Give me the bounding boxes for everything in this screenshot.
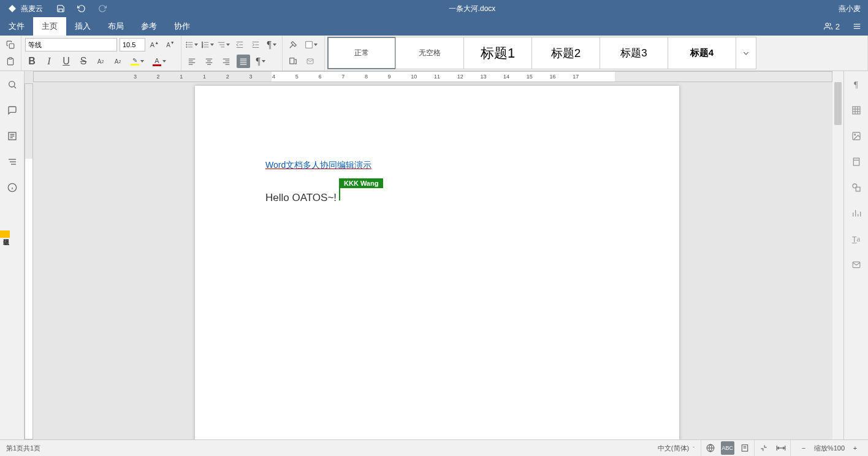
svg-text:2: 2 [202,44,203,47]
info-icon[interactable] [5,180,20,195]
search-icon[interactable] [5,77,20,92]
document-canvas[interactable]: 3211234567891011121314151617 Word文档多人协同编… [25,71,843,439]
doclock-icon[interactable] [738,441,752,455]
style-heading1[interactable]: 标题1 [463,37,532,69]
svg-rect-65 [853,158,859,165]
table-panel-icon[interactable] [849,103,864,118]
envelope-button[interactable] [303,55,317,68]
font-size-select[interactable] [120,38,145,51]
decrease-indent-button[interactable] [233,38,246,51]
style-expand-button[interactable] [736,37,756,69]
font-family-select[interactable] [25,38,117,51]
svg-point-6 [186,42,188,44]
document-heading-link[interactable]: Word文档多人协同编辑演示 [265,160,371,170]
header-panel-icon[interactable] [849,154,864,169]
style-normal[interactable]: 正常 [327,37,396,69]
main-area: 试用版登记 3211234567891011121314151617 Word文… [0,71,868,439]
tab-references[interactable]: 参考 [132,17,166,36]
align-left-button[interactable] [185,55,199,68]
headings-icon[interactable] [5,129,20,143]
menu-toggle[interactable] [846,17,868,36]
zoom-in-button[interactable]: + [848,441,862,455]
shape-panel-icon[interactable] [849,180,864,195]
align-center-button[interactable] [202,55,216,68]
numbering-button[interactable]: 123 [201,38,215,51]
tab-home[interactable]: 主页 [33,17,66,36]
document-body-text[interactable]: Hello OATOS~! KKK Wang [265,192,609,204]
highlight-button[interactable]: ✎ [128,55,147,68]
style-heading4[interactable]: 标题4 [668,37,736,69]
zoom-out-button[interactable]: − [797,441,810,455]
vertical-ruler[interactable] [25,83,33,439]
mailmerge-button[interactable] [286,55,300,68]
chart-panel-icon[interactable] [849,206,864,221]
underline-button[interactable]: U [59,55,73,68]
left-sidebar: 试用版登记 [0,71,25,439]
copy-button[interactable] [4,38,17,51]
bold-button[interactable]: B [25,55,39,68]
image-panel-icon[interactable] [849,129,864,143]
undo-button[interactable] [71,0,92,17]
svg-rect-63 [853,132,860,140]
navigation-icon[interactable] [5,154,20,169]
textart-panel-icon[interactable]: Ta [849,232,864,246]
collaborator-tag: KKK Wang [339,178,383,188]
svg-text:3: 3 [202,46,203,48]
brand-label: 燕麦云 [21,4,43,14]
spellcheck-icon[interactable] [704,441,717,455]
svg-line-47 [14,86,16,88]
svg-rect-73 [853,262,860,267]
presence-indicator[interactable]: 2 [817,17,846,36]
current-user[interactable]: 燕小麦 [831,4,868,14]
paste-button[interactable] [4,55,17,68]
style-heading3[interactable]: 标题3 [600,37,668,69]
fit-page-icon[interactable] [757,441,771,455]
redo-button[interactable] [92,0,113,17]
edit-group [283,36,325,70]
fit-width-icon[interactable] [774,441,788,455]
svg-point-8 [186,44,188,45]
save-button[interactable] [50,0,71,17]
style-heading2[interactable]: 标题2 [531,37,600,69]
status-bar: 第1页共1页 中文(简体)ˇ ABC − 缩放%100 + [0,439,868,456]
superscript-button[interactable]: A2 [94,55,107,68]
paragraph-panel-icon[interactable]: ¶ [849,77,864,92]
increase-indent-button[interactable] [249,38,262,51]
style-nospacing[interactable]: 无空格 [395,37,464,69]
italic-button[interactable]: I [42,55,56,68]
strike-button[interactable]: S [77,55,90,68]
presence-count: 2 [836,22,840,31]
align-justify-button[interactable] [237,55,250,68]
nonprinting-button[interactable]: ¶ [265,38,278,51]
zoom-label[interactable]: 缩放%100 [814,444,845,453]
bullets-button[interactable] [185,38,199,51]
document-title: 一条大河.docx [113,4,831,14]
decrease-font-button[interactable]: A▼ [164,38,177,51]
line-spacing-button[interactable]: ¶ [254,55,267,68]
right-sidebar: ¶ Ta [843,71,868,439]
page-indicator[interactable]: 第1页共1页 [0,440,47,456]
increase-font-button[interactable]: A▲ [148,38,161,51]
horizontal-ruler[interactable]: 3211234567891011121314151617 [33,71,832,82]
tab-layout[interactable]: 布局 [99,17,132,36]
clear-format-button[interactable] [286,38,300,51]
feedback-tab[interactable]: 试用版登记 [0,230,10,238]
svg-rect-4 [9,44,14,48]
page[interactable]: Word文档多人协同编辑演示 Hello OATOS~! KKK Wang [195,86,679,439]
multilevel-button[interactable] [217,38,230,51]
comments-icon[interactable] [5,103,20,118]
tab-file[interactable]: 文件 [0,17,33,36]
svg-rect-45 [307,59,313,64]
tab-insert[interactable]: 插入 [66,17,99,36]
paragraph-group: 123 ¶ ¶ [181,36,283,70]
align-right-button[interactable] [219,55,233,68]
language-selector[interactable]: 中文(简体)ˇ [652,440,701,456]
subscript-button[interactable]: A2 [111,55,124,68]
shading-button[interactable] [302,38,321,51]
trackchanges-icon[interactable]: ABC [721,441,734,455]
signature-panel-icon[interactable] [849,257,864,272]
vertical-scrollbar[interactable] [832,71,843,439]
title-bar: 燕麦云 一条大河.docx 燕小麦 [0,0,868,17]
font-color-button[interactable]: A [150,55,169,68]
tab-collab[interactable]: 协作 [166,17,199,36]
